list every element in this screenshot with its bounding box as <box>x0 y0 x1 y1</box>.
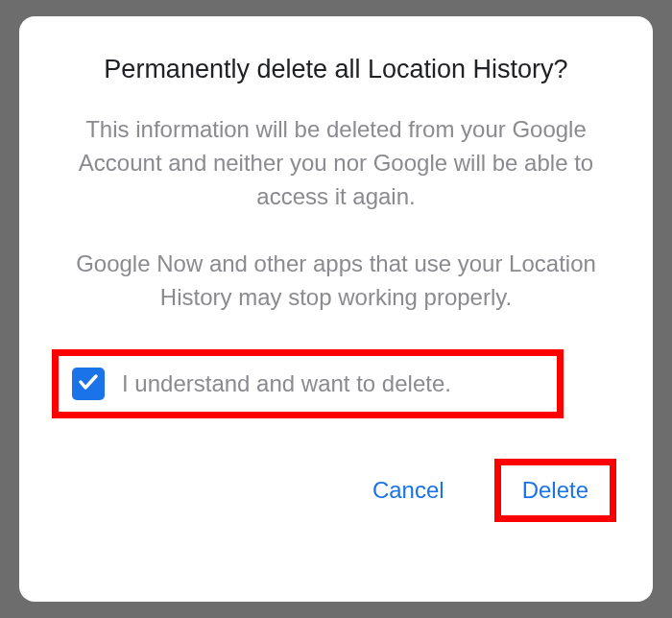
dialog-actions: Cancel Delete <box>50 459 622 522</box>
dialog-title: Permanently delete all Location History? <box>50 55 622 84</box>
dialog-paragraph-1: This information will be deleted from yo… <box>50 113 622 213</box>
delete-button[interactable]: Delete <box>522 477 588 503</box>
confirmation-checkbox-label: I understand and want to delete. <box>122 370 451 397</box>
delete-location-history-dialog: Permanently delete all Location History?… <box>19 16 653 602</box>
delete-button-highlight: Delete <box>494 459 616 522</box>
cancel-button[interactable]: Cancel <box>367 465 450 515</box>
checkmark-icon <box>77 370 100 397</box>
confirmation-checkbox-row[interactable]: I understand and want to delete. <box>52 349 564 418</box>
dialog-paragraph-2: Google Now and other apps that use your … <box>50 248 622 315</box>
confirmation-checkbox[interactable] <box>72 368 105 400</box>
